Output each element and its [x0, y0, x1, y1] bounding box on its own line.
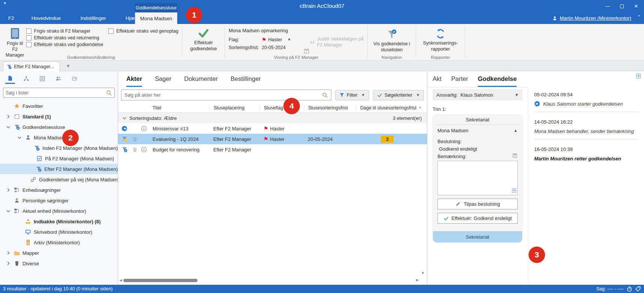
chevron-down-icon[interactable] — [17, 135, 22, 140]
tab-parter[interactable]: Parter — [451, 75, 468, 87]
ansvarlig-selector[interactable]: Ansvarlig: Klaus Salomon ▼ — [433, 89, 523, 100]
new-tab-button[interactable]: + — [64, 61, 73, 70]
chevron-down-icon[interactable] — [122, 115, 127, 121]
column-sluseplacering[interactable]: Sluseplacering — [210, 105, 260, 111]
expand-panel-icon[interactable] — [636, 73, 641, 80]
folders-view-icon[interactable] — [70, 74, 79, 84]
save-note-icon[interactable] — [512, 153, 518, 160]
checkbox-icon[interactable] — [108, 28, 114, 34]
column-dage-til-slusesorteringsfrist[interactable]: Dage til slusesorteringsfrist — [356, 105, 427, 111]
sidebar-search[interactable] — [3, 88, 115, 98]
checkbox-effektuer-returnering[interactable]: Effektuér straks ved returnering — [26, 35, 103, 40]
sidebar-item-indbakke[interactable]: Indbakke (Ministerkontor) (8) — [0, 216, 118, 227]
scroll-down-icon[interactable]: ▼ — [421, 271, 425, 275]
sidebar-item-standard[interactable]: Standard (1) — [0, 111, 118, 122]
sidebar-item-mona-madsen[interactable]: Mona Madsen — [0, 132, 118, 143]
checkbox-effektuer-genoptag[interactable]: Effektuér straks ved genoptag — [108, 28, 178, 34]
sidebar-view-switcher — [0, 71, 118, 86]
tab-bestillinger[interactable]: Bestillinger — [231, 75, 261, 87]
bemaerkning-textarea[interactable] — [438, 161, 517, 195]
sidebar-item-aktuel-enhed[interactable]: Aktuel enhed (Ministerkontor) — [0, 206, 118, 216]
sidebar-item-skrivebord[interactable]: Skrivebord (Ministerkontor) — [0, 227, 118, 237]
list-view-icon[interactable] — [37, 74, 47, 84]
record-row-evaluering[interactable]: Evaluering - 1Q 2024 Efter F2 Manager ⚑H… — [118, 134, 427, 144]
user-area[interactable]: Martin Mouritzen (Ministerkontor) — [552, 12, 631, 24]
chevron-up-icon[interactable]: ▲ — [514, 128, 518, 133]
chevron-right-icon[interactable] — [6, 114, 11, 119]
info-icon[interactable] — [141, 126, 147, 132]
scrollbar-thumb[interactable] — [123, 279, 198, 282]
tab-dokumenter[interactable]: Dokumenter — [184, 75, 218, 87]
effektuer-godkendelse-button[interactable]: Effektuér godkendelse — [186, 26, 221, 52]
chevron-right-icon[interactable] — [6, 187, 11, 193]
filter-button[interactable]: Filter ▼ — [335, 90, 369, 100]
sidebar-item-godkendelser-paa-vej[interactable]: Godkendelser på vej (Mona Madsen) — [0, 174, 118, 185]
horizontal-scrollbar[interactable]: ◀ — [118, 278, 422, 283]
column-titel[interactable]: Titel — [149, 105, 210, 111]
sidebar-item-godkendelsessluse[interactable]: Godkendelsessluse — [0, 122, 118, 132]
calendar-icon[interactable] — [304, 48, 310, 54]
chevron-down-icon[interactable] — [6, 208, 11, 214]
list-group-row[interactable]: Sorteringsdato: Ældre 3 element(er) — [118, 113, 427, 123]
step-person-row[interactable]: Mona Madsen ▲ — [433, 125, 522, 136]
tab-godkendelse[interactable]: Godkendelse — [478, 75, 517, 87]
sidebar-item-efter-f2-manager[interactable]: Efter F2 Manager (Mona Madsen) — [0, 164, 118, 174]
record-search[interactable] — [121, 90, 331, 100]
list-tab-efter-f2-manager[interactable]: Efter F2 Manager... — [3, 61, 60, 71]
tab-hovedvindue[interactable]: Hovedvindue — [22, 12, 71, 24]
record-row-budget[interactable]: Budget for renovering Efter F2 Manager — [118, 144, 427, 155]
chevron-right-icon[interactable] — [6, 261, 11, 266]
stopwatch-icon[interactable] — [626, 286, 632, 292]
documents-view-icon[interactable] — [5, 74, 15, 84]
tab-f2[interactable]: F2 — [0, 12, 22, 24]
tab-akter[interactable]: Akter — [126, 75, 142, 87]
tag-icon[interactable] — [635, 286, 641, 292]
record-search-input[interactable] — [124, 92, 322, 98]
sidebar-item-personlige-soegninger[interactable]: Personlige søgninger — [0, 195, 118, 206]
checkbox-icon[interactable] — [26, 42, 31, 47]
frigiv-til-f2-manager-button[interactable]: Frigiv til F2 Manager — [4, 26, 26, 58]
annotation-badge-1: 1 — [186, 7, 202, 23]
effektuer-godkend-button[interactable]: Effektuér: Godkend endeligt — [437, 213, 518, 224]
scroll-right-icon[interactable]: ▶ — [416, 278, 419, 282]
contacts-view-icon[interactable] — [54, 74, 63, 84]
sidebar-item-mapper[interactable]: Mapper — [0, 248, 118, 258]
checkbox-icon[interactable] — [26, 35, 31, 40]
minimize-button[interactable]: — — [601, 0, 615, 12]
synkroniseringsrapporter-button[interactable]: Synkroniserings-rapporter — [420, 26, 461, 52]
sidebar-item-paa-f2-manager[interactable]: På F2 Manager (Mona Madsen) — [0, 153, 118, 164]
expand-note-icon[interactable] — [512, 188, 517, 194]
tab-mona-madsen[interactable]: Mona Madsen — [135, 12, 177, 24]
chevron-right-icon[interactable] — [6, 250, 11, 256]
tab-indstillinger[interactable]: Indstillinger — [71, 12, 116, 24]
tab-sager[interactable]: Sager — [155, 75, 171, 87]
tilpas-beslutning-button[interactable]: Tilpas beslutning — [437, 199, 518, 209]
sidebar-item-arkiv[interactable]: Arkiv (Ministerkontor) — [0, 237, 118, 248]
column-slusesorteringsfrist[interactable]: Slusesorteringsfrist — [304, 105, 356, 111]
checkbox-effektuer-godkendelse[interactable]: Effektuér straks ved godkendelse — [26, 42, 103, 47]
flag-dropdown-icon[interactable]: ▼ — [287, 37, 291, 42]
sidebar-item-diverse[interactable]: Diverse — [0, 258, 118, 269]
sidebar-search-input[interactable] — [6, 90, 106, 96]
record-row-ministersvar[interactable]: Ministersvar #13 Efter F2 Manager ⚑Haste… — [118, 123, 427, 134]
checkbox-frigiv-straks[interactable]: Frigiv straks til F2 Manager — [26, 28, 103, 34]
soegekriterier-button[interactable]: Søgekriterier ▼ — [373, 90, 424, 100]
current-user-link[interactable]: Martin Mouritzen (Ministerkontor) — [560, 15, 631, 21]
sidebar-item-favoritter[interactable]: Favoritter — [0, 101, 118, 111]
collapse-ribbon-icon[interactable]: ⌃ — [637, 14, 641, 20]
record-title: Ministersvar #13 — [149, 126, 210, 132]
sidebar-item-inden-f2-manager[interactable]: Inden F2 Manager (Mona Madsen) — [0, 143, 118, 153]
chevron-down-icon[interactable]: ▼ — [515, 93, 519, 97]
info-icon[interactable] — [141, 146, 147, 152]
vis-godkendelse-button[interactable]: Vis godkendelse i sluselisten — [371, 26, 412, 53]
sidebar-item-enhedssoegninger[interactable]: Enhedssøgninger — [0, 185, 118, 195]
tab-akt[interactable]: Akt — [433, 75, 442, 87]
scroll-left-icon[interactable]: ◀ — [118, 278, 123, 282]
maximize-button[interactable] — [615, 0, 629, 12]
checkbox-icon[interactable] — [26, 28, 31, 34]
close-button[interactable]: ✕ — [629, 0, 643, 12]
bemaerkning-field[interactable] — [437, 161, 518, 195]
process-view-icon[interactable] — [21, 74, 31, 84]
chevron-down-icon[interactable] — [6, 124, 11, 130]
flag-icon: ⚑ — [264, 136, 268, 142]
